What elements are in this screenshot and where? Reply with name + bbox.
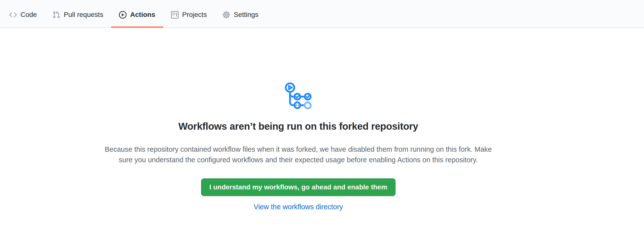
git-pull-request-icon: [52, 11, 60, 19]
tab-label: Actions: [130, 11, 156, 19]
tab-label: Code: [20, 11, 37, 19]
tab-projects[interactable]: Projects: [163, 0, 215, 28]
repo-tab-bar: Code Pull requests Actions Projects: [0, 0, 644, 28]
empty-state-title: Workflows aren’t being run on this forke…: [178, 120, 418, 132]
actions-blankslate: Workflows aren’t being run on this forke…: [0, 28, 596, 211]
description-line: Because this repository contained workfl…: [105, 144, 492, 155]
enable-workflows-button[interactable]: I understand my workflows, go ahead and …: [201, 178, 396, 196]
tab-pull-requests[interactable]: Pull requests: [45, 0, 111, 28]
tab-label: Projects: [182, 11, 207, 19]
play-icon: [119, 11, 126, 19]
tab-label: Settings: [234, 11, 258, 19]
tab-label: Pull requests: [64, 11, 103, 19]
empty-state-description: Because this repository contained workfl…: [105, 144, 492, 165]
tab-code[interactable]: Code: [2, 0, 45, 28]
tab-settings[interactable]: Settings: [215, 0, 266, 28]
code-icon: [9, 11, 17, 19]
tab-actions[interactable]: Actions: [111, 0, 163, 28]
workflow-graph-icon: [284, 83, 312, 109]
description-line: sure you understand the configured workf…: [105, 155, 492, 165]
project-icon: [171, 11, 178, 19]
workflows-directory-link[interactable]: View the workflows directory: [254, 203, 343, 211]
gear-icon: [222, 11, 230, 19]
